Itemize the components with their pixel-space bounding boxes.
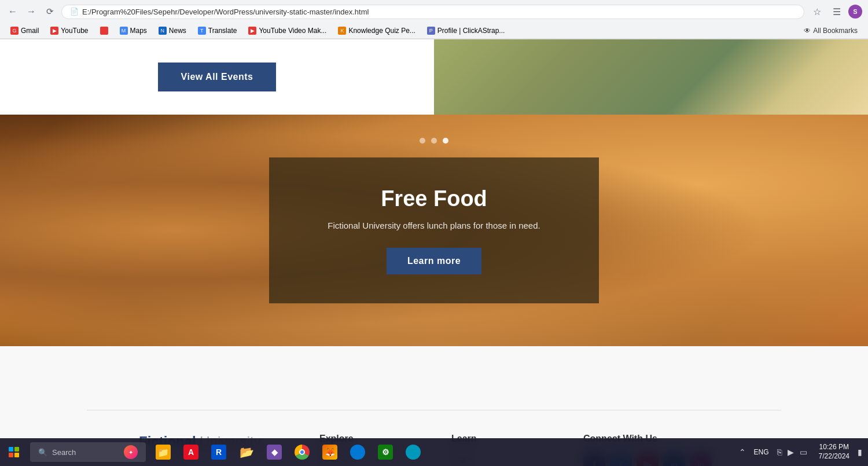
bookmark-label: Knowledge Quiz Pe... bbox=[348, 27, 415, 35]
bookmark-maps[interactable]: M Maps bbox=[115, 25, 152, 36]
browser-chrome: ← → ⟳ 📄 E:/Program%20Files/Sepehr/Develo… bbox=[0, 0, 868, 39]
hero-dot-1[interactable] bbox=[420, 138, 425, 144]
taskbar-right: ⌃ ENG ⎘ ▶ ▭ 10:26 PM 7/22/2024 ▮ bbox=[735, 443, 868, 461]
hero-dot-2[interactable] bbox=[431, 138, 437, 144]
battery-icon[interactable]: ▭ bbox=[800, 447, 807, 457]
taskbar-app-fileexplorer[interactable]: 📁 bbox=[150, 439, 176, 465]
maps-favicon: M bbox=[120, 27, 128, 35]
bookmark-gmail[interactable]: G Gmail bbox=[6, 25, 43, 36]
taskbar-app-circle1[interactable] bbox=[345, 439, 370, 465]
taskbar-app-firefox[interactable]: 🦊 bbox=[317, 439, 343, 465]
browser-toolbar: ← → ⟳ 📄 E:/Program%20Files/Sepehr/Develo… bbox=[0, 0, 868, 23]
bookmark-profile[interactable]: P Profile | ClickAStrap... bbox=[422, 25, 509, 36]
file-explorer-icon: 📁 bbox=[156, 445, 171, 460]
all-bookmarks-label: All Bookmarks bbox=[813, 27, 858, 35]
app-circle1-icon bbox=[350, 445, 365, 460]
file-icon: 📄 bbox=[70, 8, 79, 16]
bookmark-label: YouTube bbox=[61, 27, 88, 35]
back-button[interactable]: ← bbox=[6, 5, 20, 19]
bookmark-label: Maps bbox=[130, 27, 147, 35]
bookmark-label: Profile | ClickAStrap... bbox=[437, 27, 505, 35]
extensions-button[interactable]: ☰ bbox=[829, 3, 845, 20]
taskbar: 🔍 Search ✦ 📁 A R 📂 ◆ 🦊 ⚙ bbox=[0, 438, 868, 466]
youtube-icon bbox=[100, 27, 108, 35]
translate-favicon: T bbox=[198, 27, 206, 35]
app-circle2-icon bbox=[406, 445, 421, 460]
bookmark-label: Gmail bbox=[21, 27, 39, 35]
start-icon bbox=[9, 447, 19, 457]
bookmark-youtube-maker[interactable]: ▶ YouTube Video Mak... bbox=[244, 25, 331, 36]
view-all-events-button[interactable]: View All Events bbox=[158, 63, 277, 91]
chevron-up-icon[interactable]: ⌃ bbox=[739, 447, 746, 457]
folder-icon: 📂 bbox=[239, 445, 254, 460]
hero-title: Free Food bbox=[315, 186, 553, 211]
quiz-favicon: K bbox=[338, 27, 346, 35]
bookmark-label: News bbox=[169, 27, 186, 35]
bookmark-icon-only[interactable] bbox=[95, 25, 113, 36]
forward-button[interactable]: → bbox=[24, 5, 38, 19]
bookmark-label: Translate bbox=[208, 27, 237, 35]
taskbar-app-purple[interactable]: ◆ bbox=[262, 439, 287, 465]
taskbar-app-gear[interactable]: ⚙ bbox=[373, 439, 398, 465]
firefox-icon: 🦊 bbox=[322, 445, 337, 460]
clock-date: 7/22/2024 bbox=[819, 452, 849, 461]
address-text: E:/Program%20Files/Sepehr/Developer/Word… bbox=[82, 8, 796, 16]
taskbar-sys-icons: ⌃ ENG ⎘ ▶ ▭ bbox=[735, 447, 811, 457]
gear-icon: ⚙ bbox=[378, 445, 393, 460]
youtube-maker-favicon: ▶ bbox=[248, 27, 256, 35]
app-a-icon: A bbox=[183, 445, 198, 460]
app-purple-icon: ◆ bbox=[267, 445, 282, 460]
address-bar[interactable]: 📄 E:/Program%20Files/Sepehr/Developer/Wo… bbox=[61, 5, 804, 19]
profile-favicon: P bbox=[427, 27, 435, 35]
bookmark-label: YouTube Video Mak... bbox=[259, 27, 326, 35]
chrome-icon bbox=[295, 445, 310, 460]
bookmark-knowledge-quiz[interactable]: K Knowledge Quiz Pe... bbox=[333, 25, 420, 36]
app-r-icon: R bbox=[211, 445, 226, 460]
search-label: Search bbox=[52, 448, 76, 457]
taskbar-app-chrome[interactable] bbox=[289, 439, 315, 465]
hero-slider: Free Food Fictional University offers lu… bbox=[0, 115, 868, 346]
all-bookmarks-icon: 👁 bbox=[804, 27, 811, 35]
refresh-button[interactable]: ⟳ bbox=[43, 5, 57, 19]
youtube-favicon: ▶ bbox=[50, 27, 58, 35]
taskbar-search[interactable]: 🔍 Search ✦ bbox=[30, 442, 146, 462]
hero-slide: Free Food Fictional University offers lu… bbox=[0, 115, 868, 346]
bookmark-news[interactable]: N News bbox=[154, 25, 191, 36]
top-right-image bbox=[434, 39, 868, 115]
network-icon[interactable]: ⎘ bbox=[777, 447, 782, 457]
show-desktop-icon[interactable]: ▮ bbox=[858, 447, 862, 457]
news-favicon: N bbox=[159, 27, 167, 35]
bookmark-youtube[interactable]: ▶ YouTube bbox=[46, 25, 93, 36]
learn-more-button[interactable]: Learn more bbox=[387, 248, 481, 274]
hero-content-box: Free Food Fictional University offers lu… bbox=[269, 157, 599, 303]
bookmark-button[interactable]: ☆ bbox=[809, 3, 825, 20]
search-icon: 🔍 bbox=[38, 448, 47, 457]
taskbar-app-r[interactable]: R bbox=[206, 439, 231, 465]
taskbar-apps: 📁 A R 📂 ◆ 🦊 ⚙ bbox=[150, 439, 426, 465]
start-button[interactable] bbox=[0, 438, 28, 466]
hero-dots bbox=[420, 138, 448, 144]
cortana-icon: ✦ bbox=[124, 445, 138, 459]
top-left-panel: View All Events bbox=[0, 39, 434, 115]
top-section: View All Events bbox=[0, 39, 868, 115]
language-indicator[interactable]: ENG bbox=[752, 448, 771, 456]
bookmarks-bar: G Gmail ▶ YouTube M Maps N News T Transl… bbox=[0, 23, 868, 39]
hero-dot-3[interactable] bbox=[443, 138, 448, 144]
browser-right-icons: ☆ ☰ S bbox=[809, 3, 862, 20]
all-bookmarks-button[interactable]: 👁 All Bookmarks bbox=[799, 25, 862, 36]
bookmark-translate[interactable]: T Translate bbox=[193, 25, 242, 36]
profile-avatar[interactable]: S bbox=[848, 5, 862, 19]
page-content: View All Events Free Food Fictional Univ… bbox=[0, 39, 868, 466]
taskbar-app-folder[interactable]: 📂 bbox=[234, 439, 259, 465]
taskbar-app-circle2[interactable] bbox=[400, 439, 426, 465]
taskbar-clock[interactable]: 10:26 PM 7/22/2024 bbox=[815, 443, 853, 461]
clock-time: 10:26 PM bbox=[819, 443, 849, 452]
hero-subtitle: Fictional University offers lunch plans … bbox=[315, 221, 553, 230]
taskbar-app-a[interactable]: A bbox=[178, 439, 204, 465]
volume-icon[interactable]: ▶ bbox=[788, 447, 794, 457]
top-right-panel bbox=[434, 39, 868, 115]
